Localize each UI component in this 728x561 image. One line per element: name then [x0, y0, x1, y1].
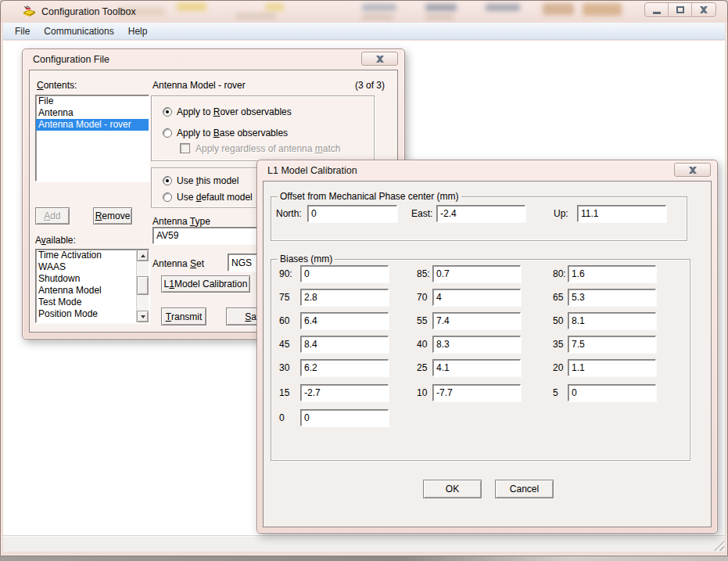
bias-label-75: 75	[279, 292, 289, 303]
titlebar-blur-artifact	[425, 15, 454, 20]
arrow-down-icon	[141, 315, 145, 318]
bias-input-75[interactable]	[300, 289, 389, 306]
window-title: Configuration Toolbox	[41, 6, 136, 17]
bias-label-40: 40	[417, 339, 427, 350]
contents-item[interactable]: File	[36, 95, 149, 107]
apply-rover-radio[interactable]	[163, 107, 172, 117]
l1-dialog-close-button[interactable]	[674, 163, 711, 177]
menu-file[interactable]: File	[8, 23, 37, 39]
bias-label-60: 60	[279, 315, 289, 326]
north-input[interactable]	[307, 205, 397, 222]
bias-input-35[interactable]	[568, 336, 656, 353]
available-scrollbar[interactable]	[136, 250, 149, 322]
bias-input-90[interactable]	[300, 265, 389, 282]
bias-label-35: 35	[553, 339, 563, 350]
bias-label-15: 15	[279, 387, 289, 398]
use-default-model-radio[interactable]	[163, 192, 172, 202]
ok-button[interactable]: OK	[423, 480, 482, 498]
bias-input-80[interactable]	[568, 265, 656, 282]
resize-grip[interactable]	[714, 541, 724, 551]
bias-input-30[interactable]	[300, 359, 389, 376]
available-item[interactable]: Time Activation	[36, 250, 136, 261]
bias-input-65[interactable]	[568, 289, 656, 306]
titlebar-blur-artifact	[486, 4, 520, 11]
contents-listbox[interactable]: File Antenna Antenna Model - rover	[35, 95, 149, 182]
bias-label-85: 85:	[417, 268, 430, 279]
bias-input-15[interactable]	[300, 384, 389, 401]
main-titlebar[interactable]: Configuration Toolbox	[1, 1, 727, 23]
minimize-button[interactable]	[645, 3, 669, 16]
status-bar	[3, 536, 725, 552]
biases-group-legend: Biases (mm)	[278, 254, 335, 264]
remove-button[interactable]: Remove	[93, 207, 132, 225]
titlebar-blur-artifact	[583, 3, 622, 16]
east-input[interactable]	[436, 205, 525, 222]
bias-input-85[interactable]	[432, 265, 521, 282]
arrow-up-icon	[141, 254, 145, 257]
bias-label-55: 55	[417, 315, 427, 326]
available-item[interactable]: Test Mode	[36, 297, 136, 308]
apply-base-label[interactable]: Apply to Base observables	[177, 128, 288, 138]
available-item[interactable]: Shutdown	[36, 273, 136, 285]
bias-label-70: 70	[417, 292, 427, 303]
titlebar-blur-artifact	[543, 3, 574, 15]
bias-input-50[interactable]	[568, 312, 656, 329]
menu-help[interactable]: Help	[121, 23, 155, 39]
contents-label: Contents:	[37, 80, 77, 91]
close-button[interactable]	[692, 3, 715, 16]
bias-input-45[interactable]	[300, 336, 389, 353]
offset-group-legend: Offset from Mechanical Phase center (mm)	[278, 191, 461, 202]
titlebar-blur-artifact	[177, 2, 206, 11]
use-default-model-label[interactable]: Use default model	[177, 192, 253, 203]
use-this-model-label[interactable]: Use this model	[177, 175, 238, 186]
contents-item-selected[interactable]: Antenna Model - rover	[36, 119, 149, 131]
transmit-button[interactable]: Transmit	[161, 307, 206, 325]
add-button[interactable]: Add	[35, 207, 70, 225]
apply-group: Apply to Rover observables Apply to Base…	[151, 95, 375, 161]
bias-input-55[interactable]	[432, 312, 521, 329]
bias-input-0[interactable]	[300, 409, 389, 426]
bias-label-25: 25	[417, 362, 427, 373]
available-item[interactable]: Position Mode	[36, 308, 136, 320]
caption-button-group	[644, 2, 716, 17]
config-dialog-close-button[interactable]	[361, 52, 398, 66]
bias-label-45: 45	[279, 339, 289, 350]
desktop-background	[0, 556, 728, 561]
bias-input-70[interactable]	[432, 289, 521, 306]
apply-rover-label[interactable]: Apply to Rover observables	[177, 106, 292, 117]
available-label: Available:	[35, 235, 76, 246]
bias-input-60[interactable]	[300, 312, 389, 329]
bias-input-5[interactable]	[568, 384, 656, 401]
menu-communications[interactable]: Communications	[37, 23, 120, 39]
close-icon	[700, 6, 708, 13]
apply-regardless-checkbox[interactable]	[180, 143, 190, 153]
scroll-down-button[interactable]	[137, 311, 149, 322]
cancel-button[interactable]: Cancel	[495, 480, 554, 498]
maximize-button[interactable]	[669, 3, 692, 16]
bias-label-65: 65	[553, 292, 563, 303]
l1-dialog-content: Offset from Mechanical Phase center (mm)…	[263, 181, 712, 527]
up-input[interactable]	[577, 205, 666, 222]
scroll-thumb[interactable]	[137, 276, 149, 295]
bias-input-40[interactable]	[432, 336, 521, 353]
apply-base-radio[interactable]	[163, 128, 172, 138]
use-this-model-radio[interactable]	[163, 176, 172, 185]
bias-label-90: 90:	[279, 268, 292, 279]
antenna-set-label: Antenna Set	[152, 258, 204, 269]
bias-input-10[interactable]	[432, 384, 521, 401]
minimize-icon	[653, 12, 661, 14]
scroll-up-button[interactable]	[137, 250, 149, 261]
l1-model-calibration-button[interactable]: L1 Model Calibration	[161, 275, 250, 293]
bias-input-25[interactable]	[432, 359, 521, 376]
up-label: Up:	[554, 208, 568, 219]
available-item[interactable]: WAAS	[36, 261, 136, 273]
titlebar-blur-artifact	[362, 15, 393, 20]
titlebar-blur-artifact	[425, 4, 457, 11]
available-listbox[interactable]: Time Activation WAAS Shutdown Antenna Mo…	[35, 249, 149, 323]
bias-label-80: 80:	[553, 268, 566, 279]
apply-regardless-label: Apply regardless of antenna match	[195, 143, 340, 154]
available-item[interactable]: Antenna Model	[36, 285, 136, 297]
contents-item[interactable]: Antenna	[36, 107, 149, 119]
bias-input-20[interactable]	[568, 359, 656, 376]
dialog-title: L1 Model Calibration	[267, 165, 357, 176]
